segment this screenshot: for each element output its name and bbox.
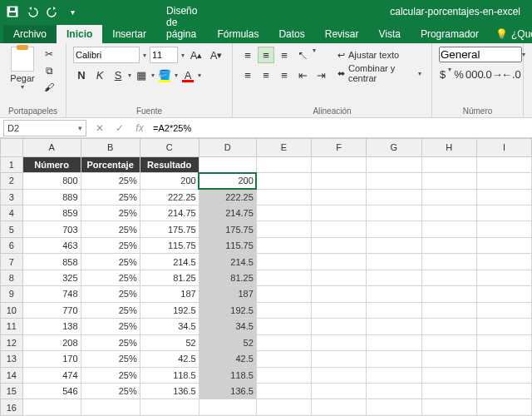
italic-button[interactable]: K <box>91 67 108 83</box>
column-header[interactable]: B <box>81 139 140 157</box>
formula-input[interactable] <box>150 120 532 136</box>
cell[interactable] <box>367 189 421 205</box>
cell[interactable]: 546 <box>22 383 81 399</box>
cell[interactable] <box>421 319 476 334</box>
cell[interactable]: 25% <box>81 319 140 334</box>
cell[interactable]: 25% <box>81 254 140 270</box>
align-middle-icon[interactable]: ≡ <box>258 47 274 63</box>
row-header[interactable]: 1 <box>1 156 23 172</box>
row-header[interactable]: 13 <box>1 351 23 367</box>
wrap-text-button[interactable]: ↩Ajustar texto <box>334 47 425 63</box>
cell[interactable] <box>256 286 311 302</box>
cell[interactable]: 463 <box>22 237 81 253</box>
cell[interactable] <box>256 319 311 334</box>
cell[interactable]: 175.75 <box>199 221 256 237</box>
cell[interactable] <box>256 156 311 172</box>
cell[interactable]: 214.5 <box>140 254 199 270</box>
cell[interactable] <box>256 302 311 318</box>
cell[interactable] <box>367 334 421 350</box>
align-left-icon[interactable]: ≡ <box>239 67 256 83</box>
tab-view[interactable]: Vista <box>368 25 410 43</box>
column-header[interactable]: I <box>476 139 531 157</box>
currency-icon[interactable]: $ <box>439 66 446 82</box>
cell[interactable]: 703 <box>22 221 81 237</box>
cell[interactable] <box>421 254 476 270</box>
enter-formula-icon[interactable]: ✓ <box>110 120 130 136</box>
tab-formulas[interactable]: Fórmulas <box>207 25 268 43</box>
fx-icon[interactable]: fx <box>130 120 150 136</box>
cell[interactable]: 214.75 <box>140 205 199 220</box>
cell[interactable]: 889 <box>22 189 81 205</box>
cell[interactable]: 52 <box>140 334 199 350</box>
cell[interactable] <box>421 270 476 285</box>
cell[interactable] <box>256 237 311 253</box>
paste-button[interactable]: Pegar ▾ <box>7 47 38 95</box>
tab-data[interactable]: Datos <box>268 25 314 43</box>
cell[interactable]: 187 <box>199 286 256 302</box>
cell[interactable] <box>199 156 256 172</box>
row-header[interactable]: 16 <box>1 399 23 416</box>
cell[interactable]: 25% <box>81 237 140 253</box>
cell[interactable] <box>199 399 256 416</box>
cell[interactable] <box>421 173 476 189</box>
row-header[interactable]: 15 <box>1 383 23 399</box>
cell[interactable]: 222.25 <box>199 189 256 205</box>
select-all-corner[interactable] <box>1 139 23 157</box>
cell[interactable]: 81.25 <box>140 270 199 285</box>
copy-icon[interactable]: ⧉ <box>42 63 57 78</box>
cell[interactable]: 859 <box>22 205 81 220</box>
cell[interactable]: 222.25 <box>140 189 199 205</box>
cell[interactable] <box>81 399 140 416</box>
cell[interactable] <box>312 221 367 237</box>
row-header[interactable]: 3 <box>1 189 23 205</box>
cell[interactable]: 474 <box>22 367 81 383</box>
cell[interactable]: 136.5 <box>199 383 256 399</box>
cell[interactable]: 214.5 <box>199 254 256 270</box>
cell[interactable]: 25% <box>81 270 140 285</box>
cell[interactable] <box>476 205 531 220</box>
cell[interactable] <box>476 270 531 285</box>
cell[interactable]: 136.5 <box>140 383 199 399</box>
cell[interactable]: 25% <box>81 302 140 318</box>
cell[interactable] <box>367 319 421 334</box>
cell[interactable] <box>367 221 421 237</box>
cell[interactable] <box>421 367 476 383</box>
fill-color-icon[interactable]: 🪣 <box>156 67 173 83</box>
row-header[interactable]: 5 <box>1 221 23 237</box>
cell[interactable] <box>367 237 421 253</box>
tab-home[interactable]: Inicio <box>57 25 102 43</box>
cell[interactable] <box>312 254 367 270</box>
cell[interactable]: 208 <box>22 334 81 350</box>
cell[interactable] <box>256 367 311 383</box>
cell[interactable] <box>256 270 311 285</box>
cancel-formula-icon[interactable]: ✕ <box>90 120 110 136</box>
decrease-font-icon[interactable]: A▾ <box>208 47 224 63</box>
cell[interactable]: 42.5 <box>140 351 199 367</box>
borders-icon[interactable]: ▦ <box>133 67 150 83</box>
cell[interactable]: 200 <box>199 173 256 189</box>
merge-center-button[interactable]: ⬌Combinar y centrar▾ <box>334 65 425 82</box>
cell[interactable]: 175.75 <box>140 221 199 237</box>
cell[interactable] <box>421 302 476 318</box>
cell[interactable]: 115.75 <box>199 237 256 253</box>
cell[interactable] <box>367 156 421 172</box>
cell[interactable] <box>312 383 367 399</box>
tab-developer[interactable]: Programador <box>411 25 489 43</box>
orientation-icon[interactable]: ⭦ <box>294 47 311 63</box>
column-header[interactable]: H <box>421 139 476 157</box>
cell[interactable] <box>312 156 367 172</box>
cell[interactable]: 200 <box>140 173 199 189</box>
cell[interactable] <box>421 156 476 172</box>
cell[interactable] <box>367 205 421 220</box>
cell[interactable] <box>476 173 531 189</box>
cell[interactable] <box>421 205 476 220</box>
cell[interactable] <box>312 367 367 383</box>
row-header[interactable]: 10 <box>1 302 23 318</box>
row-header[interactable]: 4 <box>1 205 23 220</box>
cell[interactable] <box>367 286 421 302</box>
cell[interactable] <box>140 399 199 416</box>
align-bottom-icon[interactable]: ≡ <box>276 47 293 63</box>
cell[interactable] <box>256 383 311 399</box>
cell[interactable] <box>312 351 367 367</box>
cell[interactable]: 81.25 <box>199 270 256 285</box>
